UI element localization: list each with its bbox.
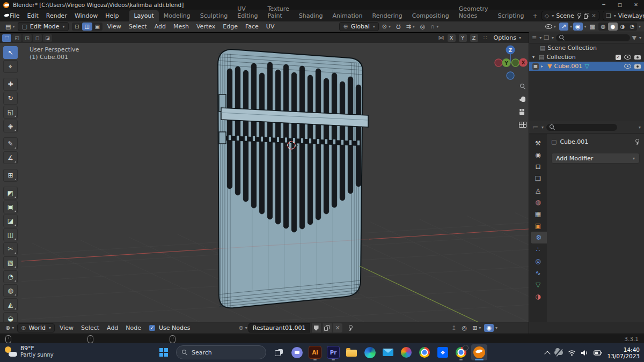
smooth-tool-button[interactable]: ◍: [3, 284, 18, 297]
taskbar-search[interactable]: Search: [176, 345, 266, 359]
show-overlays-toggle[interactable]: ◉: [573, 23, 583, 31]
pivot-point-dropdown[interactable]: ⊙▾: [380, 23, 393, 31]
office-button[interactable]: [398, 344, 414, 360]
unlink-datablock-button[interactable]: ✕: [333, 323, 342, 333]
select-extend-button[interactable]: ◰: [12, 34, 21, 42]
shader-menu-select[interactable]: Select: [77, 324, 103, 331]
disclosure-open-icon[interactable]: ▾: [532, 55, 537, 60]
dropbox-button[interactable]: ❖: [435, 344, 451, 360]
object-data-properties-tab[interactable]: ▽: [529, 279, 547, 291]
constraints-properties-tab[interactable]: ∿: [529, 267, 547, 279]
workspace-tab-sculpting[interactable]: Sculpting: [195, 10, 232, 21]
add-cube-tool-button[interactable]: ⊞: [3, 169, 18, 182]
properties-options-chevron-icon[interactable]: ▾: [639, 125, 641, 130]
chrome-button[interactable]: [416, 344, 433, 360]
transform-tool-button[interactable]: ◈: [3, 120, 18, 132]
particles-properties-tab[interactable]: ∴: [529, 243, 547, 255]
add-workspace-button[interactable]: +: [529, 10, 541, 21]
editor-type-button[interactable]: ▤▾: [3, 23, 17, 31]
overlays-toggle[interactable]: ◉: [484, 324, 494, 332]
world-name-field[interactable]: Restaurant01.001: [248, 323, 310, 333]
rendered-shading-button[interactable]: ◔: [627, 23, 637, 31]
axis-neg-y-ball[interactable]: [512, 59, 519, 67]
spin-tool-button[interactable]: ◔: [3, 270, 18, 283]
menu-help[interactable]: Help: [101, 12, 122, 19]
object-properties-tab[interactable]: ▣: [529, 220, 547, 232]
3d-viewport[interactable]: Z Y X User Perspective (1) Cube.001 ↖⌖✚↻…: [0, 43, 529, 322]
start-button[interactable]: [156, 344, 172, 360]
material-properties-tab[interactable]: ◑: [529, 291, 547, 302]
viewport-menu-mesh[interactable]: Mesh: [170, 23, 193, 30]
viewlayer-selector[interactable]: ❏▾ ViewLayer ✕: [603, 11, 644, 20]
viewport-menu-vertex[interactable]: Vertex: [193, 23, 219, 30]
viewport-menu-uv[interactable]: UV: [262, 23, 279, 30]
tool-options-dropdown[interactable]: Options: [494, 34, 516, 41]
shading-options-chevron-icon[interactable]: ▾: [639, 24, 641, 29]
outliner-display-mode-button[interactable]: ≡: [532, 34, 537, 41]
pan-button[interactable]: [516, 93, 529, 105]
solid-shading-button[interactable]: ●: [608, 23, 618, 31]
camera-view-button[interactable]: [516, 106, 529, 117]
outliner-filter-mode-button[interactable]: ❏: [544, 34, 549, 41]
scene-properties-tab[interactable]: ◬: [529, 184, 547, 196]
shrink-fatten-tool-button[interactable]: ◒: [3, 312, 18, 322]
snap-grid-icon[interactable]: ∷: [484, 34, 487, 41]
loop-cut-tool-button[interactable]: ◫: [3, 228, 18, 241]
workspace-tab-modeling[interactable]: Modeling: [159, 10, 195, 21]
render-properties-tab[interactable]: ◉: [529, 149, 547, 161]
world-properties-tab[interactable]: ◍: [529, 196, 547, 208]
select-subtract-button[interactable]: ◳: [23, 34, 32, 42]
close-button[interactable]: ✕: [628, 0, 644, 10]
menu-edit[interactable]: Edit: [23, 12, 42, 19]
mode-dropdown[interactable]: ▢ Edit Mode ▾: [18, 22, 68, 31]
hide-eye-icon[interactable]: [624, 55, 631, 60]
tray-chevron-icon[interactable]: [545, 351, 551, 357]
view-layer-properties-tab[interactable]: ❏: [529, 173, 547, 184]
outliner-row-collection[interactable]: ▾ ▤ Collection ✓: [529, 53, 644, 62]
shader-menu-view[interactable]: View: [56, 324, 77, 331]
mail-button[interactable]: [380, 344, 396, 360]
scale-tool-button[interactable]: ◱: [3, 106, 18, 119]
menu-window[interactable]: Window: [71, 12, 101, 19]
knife-tool-button[interactable]: ✂: [3, 242, 18, 255]
minimize-button[interactable]: ─: [596, 0, 612, 10]
blender-taskbar-button[interactable]: [471, 344, 487, 360]
volume-icon[interactable]: [581, 350, 589, 356]
measure-tool-button[interactable]: ∡: [3, 151, 18, 164]
edge-slide-tool-button[interactable]: ◭: [3, 298, 18, 311]
shader-menu-add[interactable]: Add: [103, 324, 122, 331]
kalimba-model[interactable]: [218, 49, 368, 308]
extrude-region-tool-button[interactable]: ◩: [3, 187, 18, 200]
pin-icon[interactable]: [634, 139, 640, 145]
cursor-tool-button[interactable]: ⌖: [3, 60, 18, 73]
orientation-dropdown[interactable]: ⊕ Global ▾: [339, 22, 378, 31]
move-tool-button[interactable]: ✚: [3, 78, 18, 91]
snap-target-dropdown[interactable]: ⇉▾: [404, 23, 416, 31]
shader-menu-node[interactable]: Node: [122, 324, 145, 331]
mirror-x-button[interactable]: X: [448, 34, 456, 42]
outliner-search-input[interactable]: [556, 34, 630, 41]
chrome-profile-button[interactable]: [453, 344, 469, 360]
maximize-button[interactable]: ▢: [612, 0, 628, 10]
rotate-tool-button[interactable]: ↻: [3, 92, 18, 105]
add-modifier-button[interactable]: Add Modifier ▾: [551, 153, 640, 164]
scene-selector[interactable]: ◇▾ Scene ✕: [541, 11, 599, 20]
fake-user-button[interactable]: [311, 323, 321, 333]
chat-button[interactable]: [289, 344, 305, 360]
collection-properties-tab[interactable]: ▦: [529, 208, 547, 220]
pin-icon[interactable]: [348, 325, 353, 331]
outliner-row-cube[interactable]: ▦ ▸ ▼ Cube.001 ▽: [529, 62, 644, 71]
proportional-edit-toggle[interactable]: ◎: [418, 23, 428, 31]
unlink-icon[interactable]: ✕: [591, 12, 596, 19]
modifiers-properties-tab[interactable]: ⚙: [531, 232, 547, 243]
workspace-tab-layout[interactable]: Layout: [129, 10, 158, 21]
select-intersect-button[interactable]: ◪: [43, 34, 52, 42]
weather-widget[interactable]: 89°F Partly sunny: [4, 345, 54, 358]
wifi-icon[interactable]: [568, 350, 576, 356]
menu-render[interactable]: Render: [42, 12, 71, 19]
xray-toggle[interactable]: ▩: [588, 23, 597, 31]
annotate-tool-button[interactable]: ✎: [3, 137, 18, 150]
edge-button[interactable]: [362, 344, 378, 360]
workspace-tab-texture-paint[interactable]: Texture Paint: [263, 3, 294, 21]
perspective-toggle-button[interactable]: [516, 119, 529, 130]
